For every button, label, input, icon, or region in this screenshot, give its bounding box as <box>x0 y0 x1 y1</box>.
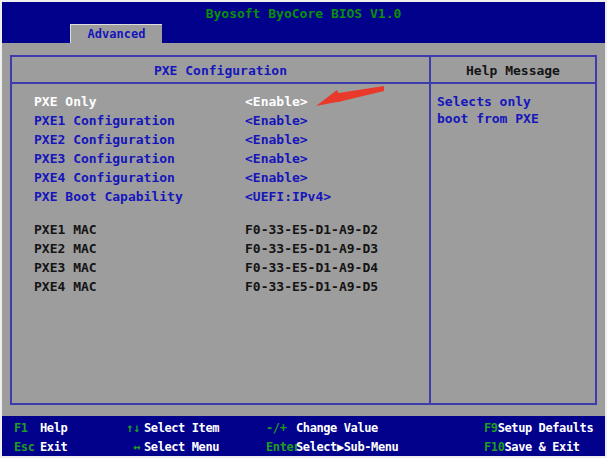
setting-row[interactable]: PXE2 Configuration <Enable> <box>12 130 429 149</box>
mac-row: PXE3 MAC F0-33-E5-D1-A9-D4 <box>12 258 429 277</box>
content-area: PXE Configuration PXE Only <Enable> PXE1… <box>2 43 605 416</box>
hint-item: Esc Exit <box>14 438 102 457</box>
setting-label: PXE3 Configuration <box>34 149 245 168</box>
hint-item: ↑↓ Select Item <box>102 419 266 438</box>
setting-row[interactable]: PXE4 Configuration <Enable> <box>12 168 429 187</box>
setting-label: PXE1 Configuration <box>34 111 245 130</box>
tab-advanced[interactable]: Advanced <box>70 24 162 43</box>
hint-key: Esc <box>14 438 34 457</box>
hint-bar: F1 Help ↑↓ Select Item -/+ Change Value … <box>2 416 605 456</box>
hint-label: Help <box>40 419 67 438</box>
mac-row: PXE2 MAC F0-33-E5-D1-A9-D3 <box>12 239 429 258</box>
settings-column: PXE Configuration PXE Only <Enable> PXE1… <box>12 57 429 403</box>
hint-label: Exit <box>40 438 67 457</box>
hint-label: Save & Exit <box>504 438 579 457</box>
bios-title: Byosoft ByoCore BIOS V1.0 <box>2 2 605 24</box>
setting-label: PXE Boot Capability <box>34 187 245 206</box>
mac-value: F0-33-E5-D1-A9-D5 <box>245 277 429 296</box>
hint-item: -/+ Change Value <box>266 419 484 438</box>
hint-key: ↔ <box>102 438 140 457</box>
setting-label: PXE2 Configuration <box>34 130 245 149</box>
hint-item: Enter Select▶Sub-Menu <box>266 438 484 457</box>
setting-row[interactable]: PXE Only <Enable> <box>12 92 429 111</box>
hint-key: F10 <box>484 438 504 457</box>
mac-value: F0-33-E5-D1-A9-D3 <box>245 239 429 258</box>
hint-key: ↑↓ <box>102 419 140 438</box>
hint-item: F9 Setup Defaults <box>484 419 605 438</box>
list-spacer <box>12 206 429 220</box>
hint-label: Change Value <box>296 419 378 438</box>
mac-row: PXE4 MAC F0-33-E5-D1-A9-D5 <box>12 277 429 296</box>
setting-value: <Enable> <box>245 149 429 168</box>
hint-row-1: F1 Help ↑↓ Select Item -/+ Change Value … <box>2 419 605 438</box>
settings-body: PXE Only <Enable> PXE1 Configuration <En… <box>12 84 429 403</box>
settings-list: PXE Only <Enable> PXE1 Configuration <En… <box>12 92 429 206</box>
bios-screen: Byosoft ByoCore BIOS V1.0 Advanced PXE C… <box>0 0 607 458</box>
hint-key: F1 <box>14 419 34 438</box>
mac-label: PXE4 MAC <box>34 277 245 296</box>
hint-key: Enter <box>266 438 292 457</box>
mac-label: PXE3 MAC <box>34 258 245 277</box>
mac-value: F0-33-E5-D1-A9-D4 <box>245 258 429 277</box>
hint-label: Setup Defaults <box>498 419 594 438</box>
setting-label: PXE Only <box>34 92 245 111</box>
help-column: Help Message Selects only boot from PXE <box>429 57 595 403</box>
hint-key: -/+ <box>266 419 292 438</box>
hint-label: Select Menu <box>144 438 219 457</box>
setting-value: <UEFI:IPv4> <box>245 187 429 206</box>
mac-value: F0-33-E5-D1-A9-D2 <box>245 220 429 239</box>
setting-value: <Enable> <box>245 130 429 149</box>
tab-row: Advanced <box>2 24 605 43</box>
setting-row[interactable]: PXE3 Configuration <Enable> <box>12 149 429 168</box>
setting-value: <Enable> <box>245 92 429 111</box>
settings-header: PXE Configuration <box>12 57 429 84</box>
help-body: Selects only boot from PXE <box>431 84 595 127</box>
hint-label: Select▶Sub-Menu <box>296 438 398 457</box>
setting-row[interactable]: PXE1 Configuration <Enable> <box>12 111 429 130</box>
hint-key: F9 <box>484 419 498 438</box>
help-header: Help Message <box>431 57 595 84</box>
setting-value: <Enable> <box>245 168 429 187</box>
mac-label: PXE2 MAC <box>34 239 245 258</box>
hint-item: ↔ Select Menu <box>102 438 266 457</box>
help-text: Selects only boot from PXE <box>437 93 569 127</box>
mac-label: PXE1 MAC <box>34 220 245 239</box>
main-panel: PXE Configuration PXE Only <Enable> PXE1… <box>10 55 597 405</box>
hint-label: Select Item <box>144 419 219 438</box>
mac-list: PXE1 MAC F0-33-E5-D1-A9-D2 PXE2 MAC F0-3… <box>12 220 429 296</box>
hint-row-2: Esc Exit ↔ Select Menu Enter Select▶Sub-… <box>2 438 605 457</box>
mac-row: PXE1 MAC F0-33-E5-D1-A9-D2 <box>12 220 429 239</box>
setting-row[interactable]: PXE Boot Capability <UEFI:IPv4> <box>12 187 429 206</box>
hint-item: F10 Save & Exit <box>484 438 605 457</box>
setting-value: <Enable> <box>245 111 429 130</box>
hint-item: F1 Help <box>14 419 102 438</box>
setting-label: PXE4 Configuration <box>34 168 245 187</box>
